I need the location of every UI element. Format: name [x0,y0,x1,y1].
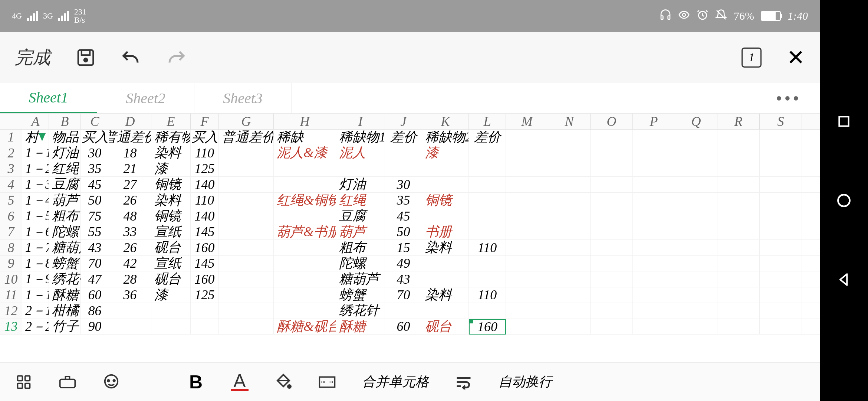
cell-B6[interactable]: 粗布 [49,208,81,224]
cell-N12[interactable] [548,303,591,319]
cell-R7[interactable] [717,224,760,240]
row-header[interactable]: 8 [0,240,22,256]
cell-Q6[interactable] [675,208,717,224]
cell-G8[interactable] [219,240,274,256]
cell-S9[interactable] [760,256,802,272]
cell-A1[interactable]: 村 [22,130,49,146]
cell-I13[interactable]: 酥糖 [336,319,385,335]
cell-K8[interactable]: 染料 [422,240,469,256]
cell-H2[interactable]: 泥人&漆 [274,145,336,161]
cell-O13[interactable] [591,319,633,335]
cell-M2[interactable] [506,145,548,161]
col-header-H[interactable]: H [274,114,336,130]
cell-F10[interactable]: 160 [191,271,219,287]
cell-G2[interactable] [219,145,274,161]
cell-S2[interactable] [760,145,802,161]
cell-A4[interactable]: 1－3 [22,177,49,193]
cell-L1[interactable]: 差价 [469,130,506,146]
cell-R9[interactable] [717,256,760,272]
cell-I4[interactable]: 灯油 [336,177,385,193]
cell-G3[interactable] [219,161,274,177]
cell-I1[interactable]: 稀缺物1 [336,130,385,146]
cell-O12[interactable] [591,303,633,319]
cell-B2[interactable]: 灯油 [49,145,81,161]
cell-J9[interactable]: 49 [385,256,422,272]
apps-icon[interactable] [15,373,33,391]
cell-K13[interactable]: 砚台 [422,319,469,335]
keyboard-icon[interactable] [59,373,76,391]
cell-O8[interactable] [591,240,633,256]
cell-J4[interactable]: 30 [385,177,422,193]
cell-J8[interactable]: 15 [385,240,422,256]
cell-C5[interactable]: 50 [81,193,109,209]
tab-sheet3[interactable]: Sheet3 [194,83,292,113]
row-header[interactable]: 6 [0,208,22,224]
cell-F6[interactable]: 140 [191,208,219,224]
cell-L8[interactable]: 110 [469,240,506,256]
row-header[interactable]: 9 [0,256,22,272]
col-header-N[interactable]: N [548,114,591,130]
wrap-text-icon[interactable] [455,373,473,391]
cell-S4[interactable] [760,177,802,193]
tab-sheet1[interactable]: Sheet1 [0,83,97,113]
cell-O2[interactable] [591,145,633,161]
cell-G6[interactable] [219,208,274,224]
tab-sheet2[interactable]: Sheet2 [97,83,194,113]
merge-cells-icon[interactable] [318,373,336,391]
cell-Q11[interactable] [675,287,717,303]
col-header-M[interactable]: M [506,114,548,130]
cell-N4[interactable] [548,177,591,193]
cell-E13[interactable] [151,319,191,335]
cell-O9[interactable] [591,256,633,272]
cell-J11[interactable]: 70 [385,287,422,303]
cell-L13[interactable]: 160 [469,319,506,335]
undo-icon[interactable] [121,48,141,68]
cell-B7[interactable]: 陀螺 [49,224,81,240]
cell-P1[interactable] [633,130,675,146]
cell-C11[interactable]: 60 [81,287,109,303]
cell-R3[interactable] [717,161,760,177]
cell-H6[interactable] [274,208,336,224]
cell-I7[interactable]: 葫芦 [336,224,385,240]
cell-H3[interactable] [274,161,336,177]
cell-L4[interactable] [469,177,506,193]
cell-F1[interactable]: 买入 [191,130,219,146]
cell-N3[interactable] [548,161,591,177]
close-icon[interactable]: ✕ [787,45,805,70]
cell-C2[interactable]: 30 [81,145,109,161]
row-header[interactable]: 11 [0,287,22,303]
cell-K1[interactable]: 稀缺物2 [422,130,469,146]
cell-G7[interactable] [219,224,274,240]
cell-O3[interactable] [591,161,633,177]
cell-J7[interactable]: 50 [385,224,422,240]
cell-G4[interactable] [219,177,274,193]
cell-F11[interactable]: 125 [191,287,219,303]
cell-K11[interactable]: 染料 [422,287,469,303]
row-header[interactable]: 3 [0,161,22,177]
cell-P12[interactable] [633,303,675,319]
cell-J5[interactable]: 35 [385,193,422,209]
cell-R10[interactable] [717,271,760,287]
cell-D2[interactable]: 18 [109,145,151,161]
cell-T12[interactable] [802,303,820,319]
cell-B13[interactable]: 竹子 [49,319,81,335]
cell-C4[interactable]: 45 [81,177,109,193]
cell-N10[interactable] [548,271,591,287]
cell-O6[interactable] [591,208,633,224]
cell-F2[interactable]: 110 [191,145,219,161]
cell-E1[interactable]: 稀有物 [151,130,191,146]
cell-I3[interactable] [336,161,385,177]
cell-T2[interactable] [802,145,820,161]
cell-B1[interactable]: 物品 [49,130,81,146]
cell-J2[interactable] [385,145,422,161]
cell-E9[interactable]: 宣纸 [151,256,191,272]
cell-M7[interactable] [506,224,548,240]
cell-K2[interactable]: 漆 [422,145,469,161]
cell-N9[interactable] [548,256,591,272]
cell-A12[interactable]: 2－1 [22,303,49,319]
col-header-B[interactable]: B [49,114,81,130]
cell-E5[interactable]: 染料 [151,193,191,209]
nav-back-icon[interactable] [836,271,852,288]
cell-R12[interactable] [717,303,760,319]
cell-S5[interactable] [760,193,802,209]
